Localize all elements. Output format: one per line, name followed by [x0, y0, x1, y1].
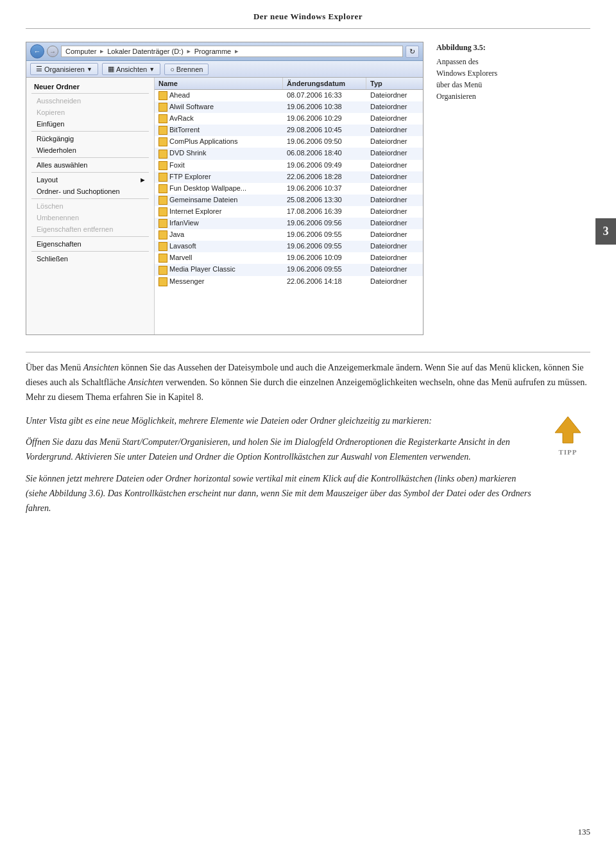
- table-row[interactable]: Marvell 19.06.2006 10:09 Dateiordner: [155, 252, 423, 264]
- separator-4: [31, 172, 149, 173]
- folder-icon: [158, 207, 167, 216]
- table-row[interactable]: Java 19.06.2006 09:55 Dateiordner: [155, 229, 423, 241]
- italic-registerkarte: die Registerkarte: [395, 437, 456, 447]
- path-computer: Computer: [65, 48, 96, 55]
- burn-icon: ○: [170, 65, 175, 73]
- folder-icon: [158, 103, 167, 112]
- caption-title: Abbildung 3.5:: [436, 42, 565, 53]
- body-paragraph-1: Über das Menü Ansichten können Sie das A…: [26, 360, 590, 404]
- menu-item-layout[interactable]: Layout ►: [26, 174, 154, 186]
- folder-icon: [158, 184, 167, 193]
- table-row[interactable]: BitTorrent 29.08.2006 10:45 Dateiordner: [155, 125, 423, 136]
- svg-marker-0: [555, 417, 581, 443]
- table-row[interactable]: DVD Shrink 06.08.2006 18:40 Dateiordner: [155, 148, 423, 159]
- table-row[interactable]: AvRack 19.06.2006 10:29 Dateiordner: [155, 113, 423, 125]
- refresh-button[interactable]: ↻: [406, 46, 419, 58]
- page-footer: 135: [578, 827, 591, 837]
- folder-icon: [158, 173, 167, 182]
- views-button[interactable]: ▦ Ansichten ▼: [102, 63, 160, 75]
- explorer-body: Neuer Ordner Ausschneiden Kopieren Einfü…: [26, 78, 423, 334]
- folder-icon: [158, 242, 167, 251]
- column-date: Änderungsdatum: [283, 78, 366, 89]
- organize-button[interactable]: ☰ Organisieren ▼: [30, 63, 98, 75]
- menu-item-select-all[interactable]: Alles auswählen: [26, 159, 154, 171]
- folder-icon: [158, 254, 167, 263]
- address-bar[interactable]: Computer ► Lokaler Datenträger (D:) ► Pr…: [61, 46, 403, 57]
- context-menu: Neuer Ordner Ausschneiden Kopieren Einfü…: [26, 78, 155, 334]
- section-divider: [26, 352, 590, 352]
- table-row[interactable]: Foxit 19.06.2006 09:49 Dateiordner: [155, 160, 423, 171]
- folder-icon: [158, 114, 167, 123]
- forward-button[interactable]: →: [47, 46, 58, 57]
- folder-icon: [158, 266, 167, 275]
- organize-icon: ☰: [36, 65, 42, 73]
- file-list-header: Name Änderungsdatum Typ: [155, 78, 423, 90]
- italic-ansichten-1: Ansichten: [83, 363, 119, 372]
- table-row[interactable]: Messenger 22.06.2006 14:18 Dateiordner: [155, 276, 423, 288]
- submenu-arrow-icon: ►: [139, 176, 146, 184]
- table-row[interactable]: Fun Desktop Wallpape... 19.06.2006 10:37…: [155, 183, 423, 195]
- folder-icon: [158, 137, 167, 146]
- table-row[interactable]: Lavasoft 19.06.2006 09:55 Dateiordner: [155, 241, 423, 252]
- menu-item-undo[interactable]: Rückgängig: [26, 133, 154, 144]
- folder-icon: [158, 219, 167, 228]
- path-drive: Lokaler Datenträger (D:): [107, 48, 184, 55]
- top-section: ← → Computer ► Lokaler Datenträger (D:) …: [26, 42, 590, 335]
- back-button[interactable]: ←: [30, 44, 44, 58]
- column-type: Typ: [366, 78, 423, 89]
- table-row[interactable]: Media Player Classic 19.06.2006 09:55 Da…: [155, 264, 423, 275]
- separator-5: [31, 198, 149, 199]
- folder-icon: [158, 196, 167, 205]
- tip-section: Unter Vista gibt es eine neue Möglichkei…: [26, 413, 590, 516]
- folder-icon: [158, 91, 167, 100]
- menu-item-paste[interactable]: Einfügen: [26, 118, 154, 130]
- separator-6: [31, 236, 149, 237]
- explorer-screenshot: ← → Computer ► Lokaler Datenträger (D:) …: [26, 42, 424, 335]
- table-row[interactable]: Gemeinsame Dateien 25.08.2006 13:30 Date…: [155, 195, 423, 206]
- column-name: Name: [155, 78, 283, 89]
- menu-item-rename: Umbenennen: [26, 212, 154, 223]
- menu-item-new-folder[interactable]: Neuer Ordner: [26, 80, 154, 92]
- menu-item-redo[interactable]: Wiederholen: [26, 144, 154, 156]
- titlebar: ← → Computer ► Lokaler Datenträger (D:) …: [26, 42, 423, 61]
- menu-item-close[interactable]: Schließen: [26, 253, 154, 265]
- folder-icon: [158, 161, 167, 170]
- separator-7: [31, 251, 149, 252]
- menu-item-delete: Löschen: [26, 200, 154, 212]
- page-title: Der neue Windows Explorer: [253, 12, 363, 21]
- burn-button[interactable]: ○ Brennen: [164, 64, 209, 75]
- caption-text: Anpassen des Windows Explorers über das …: [436, 56, 565, 102]
- italic-option: die Option: [223, 452, 262, 462]
- menu-item-folder-options[interactable]: Ordner- und Suchoptionen: [26, 186, 154, 197]
- italic-ansichten-2: Ansichten: [128, 377, 163, 387]
- separator-3: [31, 157, 149, 158]
- page-number: 135: [578, 827, 591, 837]
- table-row[interactable]: Alwil Software 19.06.2006 10:38 Dateiord…: [155, 101, 423, 113]
- table-row[interactable]: Internet Explorer 17.08.2006 16:39 Datei…: [155, 206, 423, 218]
- menu-item-remove-properties: Eigenschaften entfernen: [26, 223, 154, 235]
- tip-text: Unter Vista gibt es eine neue Möglichkei…: [26, 413, 533, 516]
- menu-item-copy: Kopieren: [26, 107, 154, 118]
- folder-icon: [158, 230, 167, 239]
- page-header: Der neue Windows Explorer: [26, 0, 590, 29]
- toolbar: ☰ Organisieren ▼ ▦ Ansichten ▼ ○ Brennen: [26, 61, 423, 78]
- path-folder: Programme: [194, 48, 231, 55]
- folder-icon: [158, 277, 167, 286]
- chapter-number: 3: [595, 218, 616, 245]
- menu-item-properties[interactable]: Eigenschaften: [26, 238, 154, 250]
- menu-item-cut: Ausschneiden: [26, 95, 154, 107]
- table-row[interactable]: Ahead 08.07.2006 16:33 Dateiordner: [155, 90, 423, 101]
- folder-icon: [158, 150, 167, 159]
- file-list-area: Name Änderungsdatum Typ Ahead 08.07.2006…: [155, 78, 423, 334]
- figure-caption: Abbildung 3.5: Anpassen des Windows Expl…: [436, 42, 565, 335]
- views-icon: ▦: [108, 65, 114, 73]
- tip-up-arrow-icon: [552, 413, 584, 446]
- separator-1: [31, 93, 149, 94]
- tip-icon-area: TIPP: [545, 413, 590, 456]
- table-row[interactable]: IrfanView 19.06.2006 09:56 Dateiordner: [155, 218, 423, 229]
- separator-2: [31, 131, 149, 132]
- file-list: Ahead 08.07.2006 16:33 Dateiordner Alwil…: [155, 90, 423, 334]
- folder-icon: [158, 126, 167, 135]
- table-row[interactable]: FTP Explorer 22.06.2006 18:28 Dateiordne…: [155, 171, 423, 183]
- table-row[interactable]: ComPlus Applications 19.06.2006 09:50 Da…: [155, 136, 423, 148]
